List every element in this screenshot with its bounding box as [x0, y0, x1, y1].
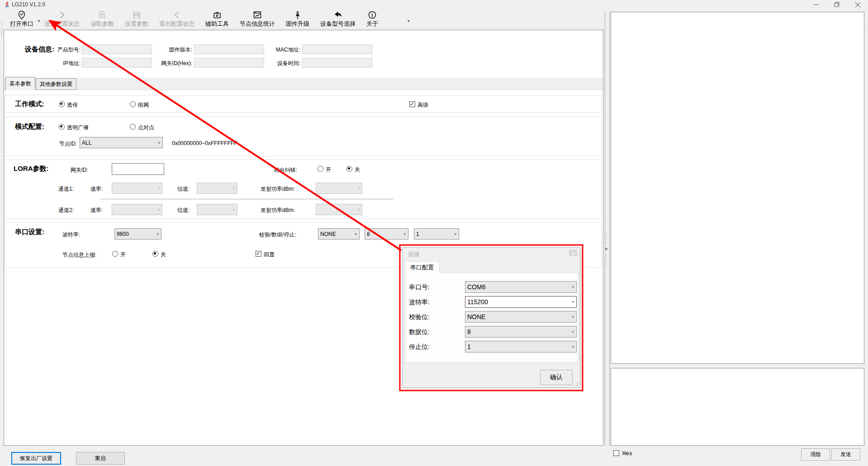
tab-basic-params[interactable]: 基本参数 — [5, 77, 35, 90]
chevron-down-icon: ∨ — [571, 300, 574, 304]
toolbox-icon — [213, 10, 222, 20]
chevron-down-icon: ∨ — [354, 232, 357, 236]
com-port-combo[interactable]: COM6∨ — [465, 281, 577, 293]
dialog-confirm-button[interactable]: 确认 — [540, 370, 573, 385]
fec-radio-on[interactable] — [318, 166, 323, 172]
channel2-channel-combo[interactable]: ∨ — [197, 204, 237, 215]
connection-dialog: 连接 x 串口配置 串口号: COM6∨ 波特率: 115200∨ 校验位: N… — [402, 247, 580, 388]
toolbar-item-label: 关于 — [366, 20, 378, 28]
baud-rate-combo[interactable]: 9600∨ — [114, 228, 161, 240]
gateway-id-hex-field[interactable] — [194, 58, 264, 68]
app-window: LG210 V1.2.0 打开串口 ▾ — [0, 0, 868, 466]
toolbar-model-select-button[interactable]: 设备型号选择 — [315, 9, 361, 28]
panel-splitter[interactable]: ▶ — [605, 12, 610, 446]
chevron-down-icon: ∨ — [571, 330, 574, 334]
parity-combo[interactable]: NONE∨ — [318, 228, 360, 240]
rocket-icon — [294, 10, 302, 20]
rate-label: 速率: — [90, 185, 103, 193]
toolbar-enter-config-button[interactable]: 进入配置状态 — [39, 9, 85, 28]
toolbar-about-button[interactable]: 关于 — [361, 9, 384, 28]
chevron-down-icon: ∨ — [232, 208, 235, 212]
node-id-range-hint: 0x00000000~0xFFFFFFFF — [172, 140, 237, 146]
dialog-tab-serial-config[interactable]: 串口配置 — [404, 261, 440, 273]
work-mode-radio-network[interactable] — [130, 101, 136, 107]
toolbar-node-stats-button[interactable]: 节点信息统计 — [234, 9, 280, 28]
dialog-resize-grip[interactable] — [574, 381, 579, 386]
dialog-stop-bits-combo[interactable]: 1∨ — [465, 341, 577, 353]
data-bits-combo[interactable]: 8∨ — [365, 228, 408, 240]
toolbar-write-params-button[interactable]: 设置参数 — [119, 9, 154, 28]
channel1-label: 通道1: — [58, 185, 74, 193]
chevron-down-icon: ∨ — [571, 315, 574, 319]
reboot-button[interactable]: 重启 — [76, 452, 125, 465]
fec-label: 前向纠错: — [267, 166, 297, 174]
mode-config-title: 模式配置: — [15, 122, 44, 131]
chevron-down-icon: ∨ — [157, 141, 161, 145]
device-time-field[interactable] — [302, 58, 372, 68]
advanced-checkbox[interactable]: ✓ — [409, 101, 415, 107]
channel1-rate-combo[interactable]: ∨ — [112, 183, 162, 194]
factory-reset-button[interactable]: 恢复出厂设置 — [11, 452, 61, 465]
send-input-panel[interactable] — [611, 368, 864, 446]
minimize-button[interactable] — [806, 0, 826, 9]
dialog-parity-combo[interactable]: NONE∨ — [465, 311, 577, 323]
channel2-rate-combo[interactable]: ∨ — [112, 204, 162, 215]
channel1-power-combo[interactable]: ∨ — [316, 183, 362, 194]
send-button[interactable]: 发送 — [831, 448, 860, 461]
toolbar-item-label: 退出配置状态 — [159, 20, 194, 28]
chevron-down-icon: ∨ — [357, 208, 360, 212]
toolbar-open-serial-button[interactable]: 打开串口 — [5, 9, 39, 28]
maximize-button[interactable] — [826, 0, 847, 9]
echo-label: 回显 — [264, 251, 275, 259]
stop-bits-combo[interactable]: 1∨ — [414, 228, 459, 240]
ip-address-label: IP地址: — [45, 60, 81, 67]
mac-address-label: MAC地址: — [264, 46, 300, 54]
mode-radio-p2p[interactable] — [130, 124, 136, 130]
splitter-collapse-icon[interactable]: ▶ — [605, 246, 608, 251]
product-model-field[interactable] — [82, 44, 152, 54]
tab-other-params[interactable]: 其他参数设置 — [36, 78, 76, 90]
app-logo-icon — [4, 1, 10, 8]
close-button[interactable] — [847, 0, 868, 9]
channel2-power-combo[interactable]: ∨ — [316, 204, 362, 215]
toolbar-exit-config-button[interactable]: 退出配置状态 — [154, 9, 200, 28]
receive-log-panel[interactable] — [611, 12, 864, 364]
toolbar-firmware-upgrade-button[interactable]: 固件升级 — [280, 9, 315, 28]
toolbar-aux-tools-button[interactable]: 辅助工具 — [200, 9, 234, 28]
echo-checkbox[interactable]: ✓ — [256, 251, 261, 257]
product-model-label: 产品型号: — [45, 46, 81, 54]
toolbar-read-params-button[interactable]: 读取参数 — [85, 9, 119, 28]
chevron-down-icon: ∨ — [571, 285, 574, 289]
dialog-data-bits-combo[interactable]: 8∨ — [465, 326, 577, 338]
floppy-icon — [133, 10, 141, 20]
title-bar: LG210 V1.2.0 — [0, 0, 868, 9]
parity-data-stop-label: 校验/数据/停止: — [259, 231, 296, 239]
node-report-radio-off[interactable] — [152, 251, 158, 257]
mode-config-section — [5, 117, 602, 156]
chan-label: 信道: — [177, 185, 190, 193]
hex-checkbox[interactable] — [613, 450, 619, 456]
toolbar-grip[interactable] — [1, 20, 2, 35]
chevron-left-icon — [173, 10, 181, 20]
firmware-version-field[interactable] — [194, 44, 264, 54]
lora-gateway-id-input[interactable] — [112, 163, 164, 175]
dialog-parity-label: 校验位: — [409, 313, 430, 321]
chevron-down-icon: ∨ — [454, 232, 457, 236]
work-mode-radio-transparent[interactable] — [59, 101, 65, 107]
node-report-radio-on[interactable] — [112, 251, 118, 257]
dialog-close-button[interactable]: x — [569, 249, 577, 256]
clear-button[interactable]: 清除 — [801, 448, 830, 461]
serial-settings-title: 串口设置: — [15, 228, 44, 236]
ip-address-field[interactable] — [82, 58, 152, 68]
open-serial-caret-icon[interactable]: ▾ — [38, 19, 40, 23]
dialog-stop-bits-label: 停止位: — [409, 343, 430, 351]
fec-radio-off[interactable] — [346, 166, 352, 172]
chevron-down-icon: ∨ — [571, 345, 574, 348]
dialog-baud-combo[interactable]: 115200∨ — [465, 296, 577, 308]
dialog-title: 连接 — [408, 250, 420, 259]
node-id-combo[interactable]: ALL∨ — [80, 137, 163, 148]
mode-radio-broadcast[interactable] — [59, 124, 65, 130]
about-caret-icon[interactable]: ▾ — [408, 19, 409, 23]
channel1-channel-combo[interactable]: ∨ — [197, 183, 237, 194]
mac-address-field[interactable] — [302, 44, 372, 54]
